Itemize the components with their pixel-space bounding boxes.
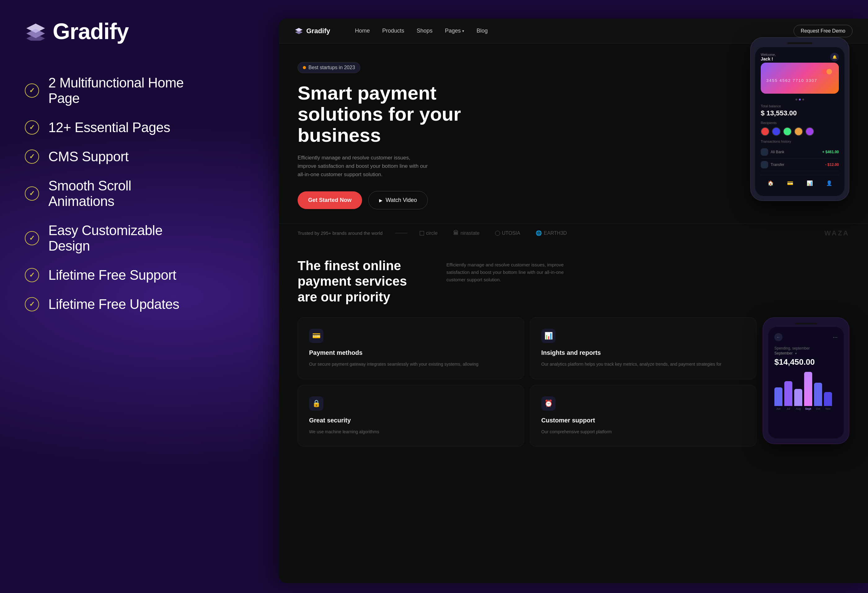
tx-name-2: Transfer [771,163,784,167]
brand-circle: circle [420,231,437,236]
feature-item-6: Lifetime Free Support [25,267,198,283]
user-name: Jack ! [761,56,776,61]
brand-names-list: circle 🏛 nirastate UTOSIA 🌐 EARTH3D [420,230,567,236]
feature-item-7: Lifetime Free Updates [25,297,198,312]
dropdown-icon[interactable]: ▾ [795,352,797,355]
phone-screen: Welcome, Jack ! 🔔 [755,47,844,196]
get-started-button[interactable]: Get Started Now [298,191,362,209]
recipient-avatar-2 [772,127,781,136]
hero-badge: Best startups in 2023 [298,62,360,73]
transaction-item-2: Transfer - $12.00 [761,158,839,171]
bar-jul [784,381,792,406]
feature-text-4: Smooth Scroll Animations [48,178,198,209]
insights-title: Insights and reports [541,349,745,356]
logo-area: Gradify [25,19,198,44]
recipient-avatar-5 [805,127,814,136]
bar-jun [774,387,782,406]
tx-amount-1: + $461.00 [822,150,839,154]
month-row: September ▾ [774,351,838,355]
analytics-notch [768,323,844,324]
bar-group-nov: Nov [824,392,832,410]
hero-title: Smart payment solutions for your busines… [298,83,471,146]
bar-group-jul: Jul [784,381,792,410]
nav-products[interactable]: Products [382,28,404,34]
card-top [766,68,833,75]
nav-pages[interactable]: Pages [445,28,464,34]
tx-name-1: Ali Bank [771,150,784,154]
building-icon: 🏛 [453,230,459,236]
options-button[interactable]: ⋯ [833,334,838,340]
bar-label-sept: Sept [805,407,811,410]
security-desc: We use machine learning algorithms [309,428,513,435]
phone-outer: Welcome, Jack ! 🔔 [750,37,849,201]
earth-icon: 🌐 [536,230,542,236]
features-cards-grid: 💳 Payment methods Our secure payment gat… [298,317,756,447]
security-title: Great security [309,417,513,424]
phone-top-icons: 🔔 [830,53,839,61]
section-layout: The finest online payment services are o… [298,258,849,305]
check-icon-2 [25,120,39,135]
feature-item-3: CMS Support [25,149,198,164]
nav-home-icon: 🏠 [768,180,774,186]
brands-section: Trusted by 295+ brands around the world … [279,223,868,243]
card-logo [822,68,833,75]
bar-group-aug: Aug [794,389,802,410]
support-icon: ⏰ [541,396,555,411]
nav-home[interactable]: Home [355,28,370,34]
watch-video-button[interactable]: Watch Video [368,191,428,209]
site-logo: Gradify [294,27,330,35]
card-dots [761,99,839,101]
recipient-avatar-4 [794,127,803,136]
tx-amount-2: - $12.00 [825,163,839,167]
utosia-icon [495,231,500,236]
month-text: September [774,351,793,355]
card-number: 3455 4562 7710 3307 [766,78,833,83]
bar-label-jun: Jun [776,407,781,410]
analytics-phone: ← ⋯ Spending, september September ▾ $14,… [763,317,849,447]
notification-icon[interactable]: 🔔 [830,53,839,61]
insights-icon: 📊 [541,329,555,343]
analytics-amount: $14,450.00 [774,357,838,367]
analytics-screen: ← ⋯ Spending, september September ▾ $14,… [768,327,844,439]
site-logo-text: Gradify [306,27,330,35]
feature-item-1: 2 Multifunctional Home Page [25,75,198,106]
phone-notch [755,42,844,44]
feature-text-1: 2 Multifunctional Home Page [48,75,198,106]
left-panel: Gradify 2 Multifunctional Home Page 12+ … [25,19,198,312]
check-icon-4 [25,186,39,201]
payment-title: Payment methods [309,349,513,356]
transaction-item-1: Ali Bank + $461.00 [761,146,839,158]
svg-marker-4 [295,30,303,34]
check-icon-3 [25,149,39,164]
phone-header: Welcome, Jack ! 🔔 [761,53,839,61]
bar-label-jul: Jul [787,407,790,410]
nav-links: Home Products Shops Pages Blog [355,28,781,34]
check-icon-5 [25,231,39,245]
bar-chart: Jun Jul Aug [774,374,838,418]
features-list: 2 Multifunctional Home Page 12+ Essentia… [25,75,198,312]
feature-item-5: Easy Customizable Design [25,223,198,254]
balance-section: Total balance $ 13,553.00 [761,104,839,117]
insights-desc: Our analytics platform helps you track k… [541,361,745,368]
check-icon-6 [25,268,39,282]
back-button[interactable]: ← [774,333,782,341]
credit-card: 3455 4562 7710 3307 [761,63,839,94]
browser-window: Gradify Home Products Shops Pages Blog R… [279,19,868,583]
nav-blog[interactable]: Blog [477,28,488,34]
nav-shops[interactable]: Shops [417,28,433,34]
features-grid: 💳 Payment methods Our secure payment gat… [298,317,849,447]
welcome-label: Welcome, [761,53,776,56]
hero-content: Best startups in 2023 Smart payment solu… [298,62,471,209]
hero-buttons: Get Started Now Watch Video [298,191,471,209]
waza-brand: WAZA [824,229,849,237]
hero-description: Efficiently manage and resolve customer … [298,154,428,179]
bar-oct [814,383,822,406]
payment-icon: 💳 [309,329,323,343]
feature-card-payment: 💳 Payment methods Our secure payment gat… [298,317,524,379]
brand-utosia: UTOSIA [495,231,520,236]
request-demo-button[interactable]: Request Free Demo [794,25,852,37]
logo-text: Gradify [53,19,128,44]
section-title: The finest online payment services are o… [298,258,428,305]
feature-card-insights: 📊 Insights and reports Our analytics pla… [530,317,756,379]
brand-earth3d: 🌐 EARTH3D [536,230,567,236]
